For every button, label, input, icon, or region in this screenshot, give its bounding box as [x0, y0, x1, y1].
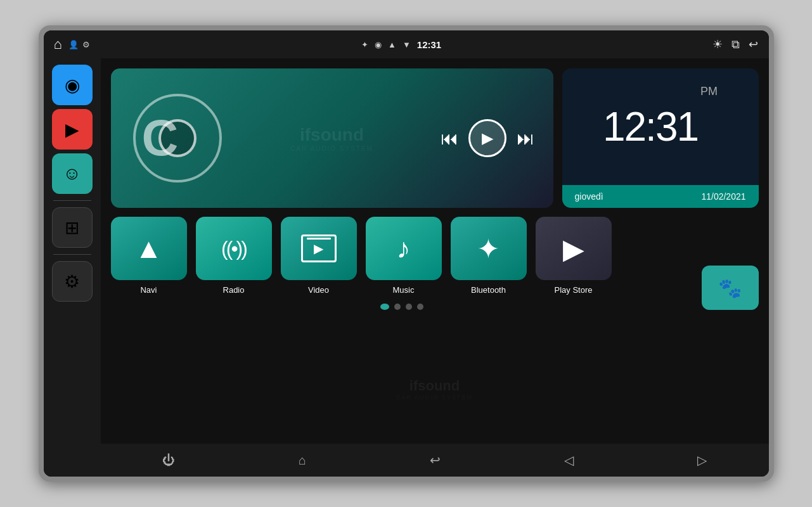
- navi-icon: ▲: [135, 233, 163, 264]
- wifi-status-icon: ▼: [403, 40, 411, 49]
- apps-grid-icon: ⊞: [65, 217, 79, 238]
- page-dot-4[interactable]: [417, 304, 423, 310]
- app-btn-radio[interactable]: ((•)) Radio: [196, 217, 272, 295]
- sidebar-item-camera[interactable]: ◉: [52, 65, 93, 105]
- page-dot-2[interactable]: [394, 304, 401, 310]
- media-logo-ring: C: [133, 94, 222, 183]
- clock-time-area: 12:31 PM: [562, 68, 759, 185]
- app-btn-music[interactable]: ♪ Music: [366, 217, 442, 295]
- bottom-row: ▲ Navi ((•)) Radio: [111, 217, 759, 310]
- sidebar-item-apps[interactable]: ⊞: [52, 207, 93, 248]
- main-area: ◉ ▶ ☺ ⊞ ⚙: [44, 58, 769, 477]
- app-grid-area: ▲ Navi ((•)) Radio: [111, 217, 693, 310]
- navi-icon-box: ▲: [111, 217, 187, 280]
- home-icon[interactable]: ⌂: [54, 36, 62, 53]
- music-icon-box: ♪: [366, 217, 442, 280]
- media-logo-c: C: [142, 109, 179, 167]
- page-indicators: [111, 304, 693, 310]
- app-btn-navi[interactable]: ▲ Navi: [111, 217, 187, 295]
- status-bar-right: ☀ ⧉ ↩: [712, 37, 758, 51]
- media-controls: ⏮ ▶ ⏭: [441, 119, 534, 157]
- settings-icon: ⚙: [64, 271, 80, 292]
- power-button[interactable]: ⏻: [150, 448, 188, 473]
- status-left-icons: 👤 ⚙: [68, 40, 90, 49]
- youtube-icon: ▶: [65, 119, 79, 140]
- clock-date: 11/02/2021: [701, 191, 745, 202]
- radio-icon: ((•)): [221, 237, 246, 260]
- device-screen: ⌂ 👤 ⚙ ✦ ◉ ▲ ▼ 12:31 ☀ ⧉ ↩: [44, 30, 769, 477]
- radio-icon-box: ((•)): [196, 217, 272, 280]
- bluetooth-icon-box: ✦: [451, 217, 527, 280]
- top-row: C ifsound CAR AUDIO SYSTEM ⏮: [111, 68, 759, 208]
- play-icon: ▶: [482, 129, 493, 147]
- clock-time: 12:31: [603, 103, 698, 150]
- music-label: Music: [393, 285, 415, 295]
- content-wrapper: C ifsound CAR AUDIO SYSTEM ⏮: [101, 58, 769, 477]
- media-watermark-logo: ifsound: [290, 125, 373, 145]
- video-label: Video: [308, 285, 329, 295]
- app-btn-video[interactable]: ▶ Video: [281, 217, 357, 295]
- sidebar-item-youtube[interactable]: ▶: [52, 109, 93, 150]
- media-logo: C: [130, 91, 225, 186]
- music-icon: ♪: [397, 233, 411, 264]
- sticker-button[interactable]: 🐾: [702, 266, 759, 310]
- bottom-nav: ⏻ ⌂ ↩ ◁ ▷: [101, 444, 769, 477]
- page-dot-3[interactable]: [406, 304, 412, 310]
- user-icon: 👤: [68, 40, 79, 49]
- content-watermark-logo: ifsound: [396, 378, 473, 394]
- signal-status-icon: ▲: [388, 40, 396, 49]
- sticker-icon: 🐾: [718, 277, 742, 299]
- back-button[interactable]: ↩: [417, 447, 453, 473]
- back-status-icon[interactable]: ↩: [749, 37, 758, 51]
- brightness-icon[interactable]: ☀: [712, 37, 723, 51]
- bluetooth-status-icon: ✦: [361, 40, 368, 49]
- next-button[interactable]: ⏭: [517, 128, 534, 149]
- windows-icon[interactable]: ⧉: [731, 38, 740, 51]
- sidebar-item-waze[interactable]: ☺: [52, 153, 93, 194]
- video-icon-box: ▶: [281, 217, 357, 280]
- page-dot-1[interactable]: [380, 304, 389, 310]
- gear-small-icon: ⚙: [82, 40, 90, 49]
- vol-down-button[interactable]: ◁: [551, 447, 586, 473]
- video-play-icon: ▶: [314, 241, 323, 256]
- status-bar: ⌂ 👤 ⚙ ✦ ◉ ▲ ▼ 12:31 ☀ ⧉ ↩: [44, 30, 769, 58]
- camera-icon: ◉: [65, 75, 80, 96]
- play-store-icon-box: ▶: [536, 217, 612, 280]
- sidebar-divider: [53, 200, 91, 201]
- sidebar-divider-2: [53, 254, 91, 255]
- status-bar-left: ⌂ 👤 ⚙: [54, 36, 90, 53]
- clock-widget: 12:31 PM giovedì 11/02/2021: [562, 68, 759, 208]
- home-button[interactable]: ⌂: [286, 448, 319, 473]
- vol-up-button[interactable]: ▷: [685, 447, 719, 473]
- device-frame: ⌂ 👤 ⚙ ✦ ◉ ▲ ▼ 12:31 ☀ ⧉ ↩: [39, 25, 774, 482]
- prev-button[interactable]: ⏮: [441, 128, 458, 149]
- app-grid: ▲ Navi ((•)) Radio: [111, 217, 693, 295]
- status-bar-center: ✦ ◉ ▲ ▼ 12:31: [361, 39, 441, 50]
- media-player: C ifsound CAR AUDIO SYSTEM ⏮: [111, 68, 553, 208]
- clock-date-area: giovedì 11/02/2021: [562, 185, 759, 208]
- app-btn-bluetooth[interactable]: ✦ Bluetooth: [451, 217, 527, 295]
- bluetooth-label: Bluetooth: [471, 285, 506, 295]
- content-watermark-sub: CAR AUDIO SYSTEM: [396, 394, 473, 401]
- play-store-icon: ▶: [563, 233, 584, 265]
- clock-day: giovedì: [575, 191, 603, 202]
- navi-label: Navi: [140, 285, 157, 295]
- waze-icon: ☺: [63, 164, 81, 184]
- status-time: 12:31: [417, 39, 441, 50]
- play-store-label: Play Store: [555, 285, 593, 295]
- content-area: C ifsound CAR AUDIO SYSTEM ⏮: [101, 58, 769, 444]
- play-button[interactable]: ▶: [468, 119, 506, 157]
- sidebar: ◉ ▶ ☺ ⊞ ⚙: [44, 58, 101, 477]
- app-btn-play-store[interactable]: ▶ Play Store: [536, 217, 612, 295]
- radio-label: Radio: [223, 285, 245, 295]
- sidebar-item-settings[interactable]: ⚙: [52, 261, 93, 302]
- clock-ampm: PM: [700, 85, 718, 98]
- media-watermark-sub: CAR AUDIO SYSTEM: [290, 145, 373, 152]
- location-status-icon: ◉: [375, 40, 382, 49]
- bluetooth-icon: ✦: [477, 233, 500, 265]
